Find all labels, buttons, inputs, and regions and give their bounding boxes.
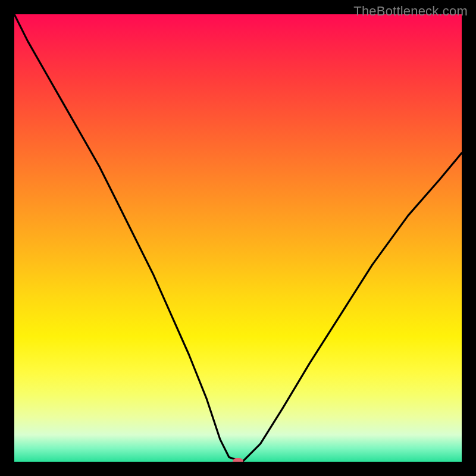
- plot-area: [14, 14, 462, 462]
- chart-frame: TheBottleneck.com: [0, 0, 476, 476]
- minimum-marker: [233, 458, 243, 462]
- watermark-text: TheBottleneck.com: [353, 4, 468, 19]
- bottleneck-curve: [14, 14, 462, 462]
